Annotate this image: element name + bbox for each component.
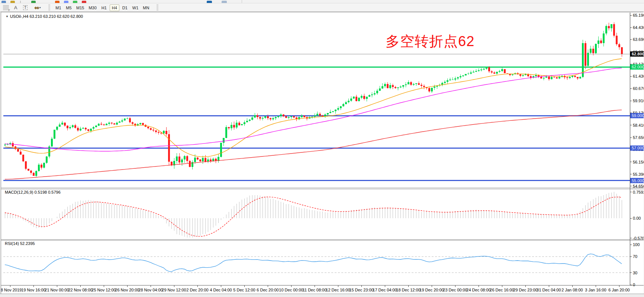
timeframe-button-m30[interactable]: M30 (87, 4, 98, 11)
svg-text:10 Dec 00:00: 10 Dec 00:00 (279, 288, 303, 292)
svg-text:19 Dec 20:00: 19 Dec 20:00 (419, 288, 444, 292)
timeframe-button-w1[interactable]: W1 (131, 4, 141, 11)
svg-text:64.430: 64.430 (633, 25, 644, 30)
svg-text:5 Dec 12:00: 5 Dec 12:00 (233, 288, 255, 292)
symbol-dropdown-icon[interactable]: ▼ (6, 15, 9, 18)
symbol-ohlc-text: USOil-,H4 63.210 63.210 62.620 62.800 (10, 14, 83, 19)
svg-text:30: 30 (633, 271, 637, 275)
toolbar-row-1 (0, 0, 644, 3)
svg-text:28 Nov 04:00: 28 Nov 04:00 (138, 288, 162, 292)
timeframe-button-m15[interactable]: M15 (74, 4, 86, 11)
svg-text:18 Dec 12:00: 18 Dec 12:00 (396, 288, 420, 292)
chart-canvas[interactable]: 65.19064.43063.69062.92062.17061.43060.6… (1, 12, 644, 294)
svg-text:57.650: 57.650 (633, 135, 644, 140)
chevron-down-icon: ▾ (39, 6, 41, 9)
svg-text:24 Dec 08:00: 24 Dec 08:00 (466, 288, 490, 292)
timeframe-button-mn[interactable]: MN (141, 4, 151, 11)
timeframe-group: M1M5M15M30H1H4D1W1MN (53, 4, 151, 11)
svg-text:0: 0 (633, 283, 635, 287)
svg-text:31 Dec 04:00: 31 Dec 04:00 (537, 288, 561, 292)
toolbar-partial-icon-4[interactable] (55, 1, 59, 3)
rsi-indicator-label: RSI(14) 52.2395 (5, 241, 35, 246)
svg-text:29 Nov 12:00: 29 Nov 12:00 (162, 288, 186, 292)
svg-text:54.650: 54.650 (633, 184, 644, 188)
svg-text:2 Jan 08:00: 2 Jan 08:00 (561, 288, 583, 292)
chart-header: ▼USOil-,H4 63.210 63.210 62.620 62.800 (6, 14, 83, 19)
svg-text:0.7592: 0.7592 (633, 190, 644, 194)
svg-text:62.800: 62.800 (632, 52, 644, 56)
svg-text:29 Dec 23:00: 29 Dec 23:00 (513, 288, 537, 292)
toolbar-partial-icon-9[interactable] (222, 1, 227, 3)
toolbar-partial-icon-8[interactable] (207, 1, 212, 3)
svg-text:61.430: 61.430 (633, 74, 644, 78)
toolbar-partial-icon-5[interactable] (64, 1, 68, 3)
toolbar-partial-icon-1[interactable] (10, 1, 15, 3)
svg-text:23 Dec 00:00: 23 Dec 00:00 (443, 288, 467, 292)
svg-text:59.910: 59.910 (633, 99, 644, 103)
svg-text:12 Dec 16:00: 12 Dec 16:00 (326, 288, 350, 292)
svg-text:21 Nov 00:00: 21 Nov 00:00 (45, 288, 69, 292)
svg-text:19 Nov 16:00: 19 Nov 16:00 (21, 288, 45, 292)
timeframe-button-h4[interactable]: H4 (110, 4, 119, 11)
window-bottom-edge (0, 294, 644, 297)
svg-text:0.00: 0.00 (633, 216, 641, 220)
timeframe-button-d1[interactable]: D1 (120, 4, 130, 11)
arrows-tool-button[interactable]: ◆◆ ▾ (31, 4, 44, 11)
toolbar-partial-icon-7[interactable] (82, 1, 86, 3)
toolbar-partial-icon-0[interactable] (1, 1, 6, 3)
toolbar-partial-icon-2[interactable] (20, 1, 21, 3)
svg-text:56.150: 56.150 (633, 160, 644, 164)
svg-text:4 Dec 04:00: 4 Dec 04:00 (210, 288, 232, 292)
svg-text:55.390: 55.390 (633, 172, 644, 177)
text-label-tool-button[interactable]: T (22, 4, 29, 11)
timeframe-button-m1[interactable]: M1 (54, 4, 63, 11)
chart-annotation: 多空转折点62 (386, 32, 474, 51)
text-tool-button[interactable]: A (12, 4, 19, 11)
timeframe-button-m5[interactable]: M5 (64, 4, 74, 11)
toolbar-row-2: F A T ◆◆ ▾ M1M5M15M30H1H4D1W1MN (0, 3, 644, 12)
text-label-icon: T (23, 5, 28, 10)
svg-text:60.670: 60.670 (633, 86, 644, 91)
svg-text:17 Dec 04:00: 17 Dec 04:00 (373, 288, 397, 292)
svg-text:59.000: 59.000 (632, 113, 644, 118)
arrows-icon: ◆◆ (34, 6, 38, 10)
svg-text:18 Nov 2019: 18 Nov 2019 (1, 288, 22, 292)
svg-text:100: 100 (633, 242, 640, 247)
svg-text:6 Dec 20:00: 6 Dec 20:00 (257, 288, 278, 292)
svg-text:63.690: 63.690 (633, 37, 644, 42)
svg-text:22 Nov 08:00: 22 Nov 08:00 (68, 288, 92, 292)
chart-window[interactable]: 65.19064.43063.69062.92062.17061.43060.6… (1, 12, 643, 297)
svg-text:55.000: 55.000 (632, 178, 644, 183)
svg-text:58.410: 58.410 (633, 123, 644, 127)
svg-text:70: 70 (633, 254, 637, 259)
svg-text:65.190: 65.190 (633, 13, 644, 17)
svg-text:15 Dec 23:00: 15 Dec 23:00 (349, 288, 373, 292)
fibonacci-icon: F (3, 5, 9, 10)
svg-text:3 Jan 16:00: 3 Jan 16:00 (585, 288, 606, 292)
svg-text:2 Dec 20:00: 2 Dec 20:00 (186, 288, 208, 292)
svg-text:26 Dec 16:00: 26 Dec 16:00 (490, 288, 514, 292)
toolbar-edge (242, 0, 242, 3)
svg-text:25 Nov 12:00: 25 Nov 12:00 (91, 288, 116, 292)
svg-text:6 Jan 20:00: 6 Jan 20:00 (608, 288, 630, 292)
svg-text:26 Nov 20:00: 26 Nov 20:00 (115, 288, 139, 292)
svg-text:57.000: 57.000 (632, 146, 644, 150)
toolbar-grip[interactable] (48, 4, 50, 10)
text-icon: A (14, 5, 17, 10)
fibonacci-tool-button[interactable]: F (2, 4, 10, 11)
toolbar-partial-icon-6[interactable] (73, 1, 77, 3)
svg-text:-0.5785: -0.5785 (633, 236, 644, 240)
macd-indicator-label: MACD(12,26,9) 0.5198 0.5796 (5, 190, 61, 194)
timeframe-button-h1[interactable]: H1 (99, 4, 109, 11)
toolbar-grip-2[interactable] (157, 4, 158, 10)
svg-text:62.000: 62.000 (632, 65, 644, 69)
toolbar-partial-icon-3[interactable] (31, 1, 36, 3)
svg-text:11 Dec 08:00: 11 Dec 08:00 (303, 288, 327, 292)
